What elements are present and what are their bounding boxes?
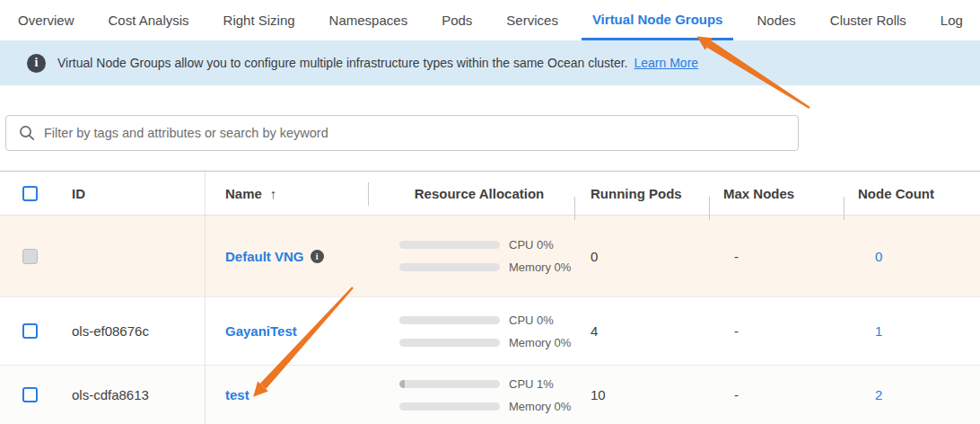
header-resource-allocation[interactable]: Resource Allocation — [368, 172, 574, 215]
header-running-pods[interactable]: Running Pods — [574, 186, 709, 201]
info-banner: i Virtual Node Groups allow you to confi… — [0, 40, 980, 85]
memory-usage-bar — [399, 339, 500, 347]
table-row-default-vng[interactable]: Default VNG i CPU 0% Memory 0% 0 - 0 — [0, 216, 980, 297]
vng-table: ID Name ↑ Resource Allocation Running Po… — [0, 171, 980, 424]
memory-usage-label: Memory 0% — [509, 336, 571, 349]
filter-section — [5, 115, 980, 151]
banner-message: Virtual Node Groups allow you to configu… — [57, 56, 628, 70]
tab-services[interactable]: Services — [495, 0, 569, 40]
max-nodes-value: - — [709, 249, 844, 264]
tab-right-sizing[interactable]: Right Sizing — [213, 0, 306, 40]
learn-more-link[interactable]: Learn More — [634, 56, 699, 70]
resource-allocation-cell: CPU 0% Memory 0% — [368, 297, 574, 365]
virtual-node-groups-page: Overview Cost Analysis Right Sizing Name… — [0, 0, 980, 424]
running-pods-value: 0 — [574, 249, 709, 264]
memory-usage-label: Memory 0% — [509, 400, 571, 413]
tab-cluster-rolls[interactable]: Cluster Rolls — [819, 0, 917, 40]
table-header-row: ID Name ↑ Resource Allocation Running Po… — [0, 171, 980, 216]
cpu-usage-label: CPU 1% — [509, 377, 554, 391]
table-row-test[interactable]: ols-cdfa8613 test CPU 1% Memory 0% 10 - … — [0, 366, 980, 424]
default-vng-info-icon[interactable]: i — [311, 250, 324, 263]
tab-pods[interactable]: Pods — [431, 0, 483, 40]
row-checkbox-disabled — [22, 249, 38, 264]
memory-usage-label: Memory 0% — [509, 261, 571, 274]
tab-virtual-node-groups[interactable]: Virtual Node Groups — [582, 0, 734, 40]
row-id: ols-ef08676c — [56, 323, 205, 339]
row-checkbox[interactable] — [22, 387, 38, 402]
row-name-cell: GayaniTest — [205, 297, 368, 365]
node-count-link[interactable]: 1 — [875, 323, 882, 339]
node-count-link[interactable]: 0 — [875, 249, 882, 264]
tab-nodes[interactable]: Nodes — [746, 0, 806, 40]
select-all-cell — [0, 186, 56, 201]
cpu-usage-label: CPU 0% — [509, 238, 554, 252]
info-icon: i — [27, 54, 46, 73]
node-count-link[interactable]: 2 — [875, 387, 882, 402]
max-nodes-value: - — [709, 387, 844, 402]
row-checkbox[interactable] — [22, 323, 38, 339]
header-node-count[interactable]: Node Count — [844, 186, 980, 201]
memory-usage-bar — [399, 402, 500, 411]
row-name-cell: test — [205, 366, 368, 424]
tab-log[interactable]: Log — [930, 0, 974, 40]
search-icon — [19, 125, 35, 141]
memory-usage-bar — [399, 263, 500, 271]
filter-box[interactable] — [5, 115, 799, 151]
running-pods-value: 4 — [574, 323, 709, 339]
vng-name-link[interactable]: test — [225, 387, 249, 402]
cpu-usage-label: CPU 0% — [509, 314, 554, 327]
row-id: ols-cdfa8613 — [56, 387, 205, 402]
header-id[interactable]: ID — [56, 186, 205, 201]
row-name-cell: Default VNG i — [205, 216, 368, 296]
cpu-usage-bar — [399, 316, 500, 324]
tab-cost-analysis[interactable]: Cost Analysis — [98, 0, 200, 40]
table-row-gayanitest[interactable]: ols-ef08676c GayaniTest CPU 0% Memory 0%… — [0, 297, 980, 366]
cluster-tab-bar: Overview Cost Analysis Right Sizing Name… — [0, 0, 980, 40]
cpu-usage-fill — [399, 380, 405, 388]
filter-input[interactable] — [44, 126, 798, 140]
max-nodes-value: - — [709, 323, 844, 339]
running-pods-value: 10 — [574, 387, 709, 402]
cpu-usage-bar — [399, 380, 500, 388]
header-max-nodes[interactable]: Max Nodes — [709, 186, 844, 201]
vng-name-link[interactable]: Default VNG — [225, 249, 304, 264]
select-all-checkbox[interactable] — [22, 186, 38, 201]
vng-name-link[interactable]: GayaniTest — [225, 323, 297, 339]
header-name[interactable]: Name ↑ — [205, 172, 368, 215]
header-name-label: Name — [225, 186, 262, 201]
row-checkbox-cell — [0, 249, 56, 264]
resource-allocation-cell: CPU 0% Memory 0% — [368, 216, 574, 296]
row-checkbox-cell — [0, 323, 56, 339]
tab-overview[interactable]: Overview — [7, 0, 85, 40]
tab-namespaces[interactable]: Namespaces — [319, 0, 419, 40]
sort-ascending-icon: ↑ — [270, 186, 277, 201]
resource-allocation-cell: CPU 1% Memory 0% — [368, 366, 574, 424]
cpu-usage-bar — [399, 241, 500, 249]
row-checkbox-cell — [0, 387, 56, 402]
